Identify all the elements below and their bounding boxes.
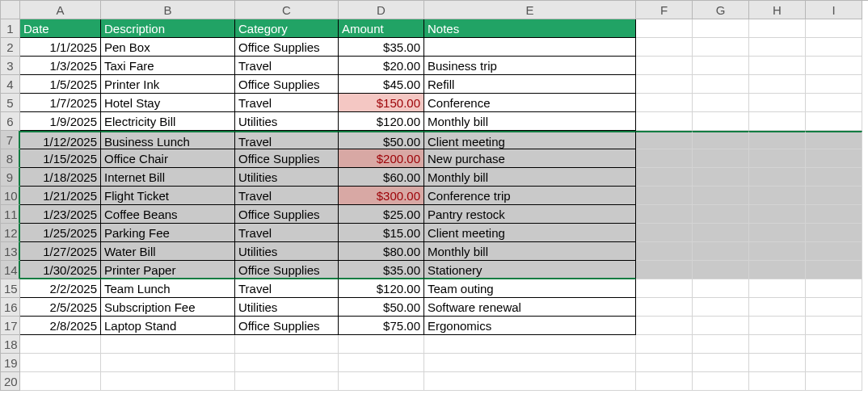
cell-blank[interactable] xyxy=(806,75,862,94)
cell-empty[interactable] xyxy=(749,372,806,391)
cell-description[interactable]: Printer Paper xyxy=(101,261,235,279)
cell-empty[interactable] xyxy=(235,335,339,354)
cell-blank[interactable] xyxy=(749,168,806,187)
cell-blank[interactable] xyxy=(806,38,862,57)
cell-blank[interactable] xyxy=(693,131,749,149)
cell-category[interactable]: Travel xyxy=(235,279,339,298)
row-header-11[interactable]: 11 xyxy=(1,205,20,224)
cell-amount[interactable]: $45.00 xyxy=(339,75,424,94)
cell-date[interactable]: 1/25/2025 xyxy=(20,224,101,242)
cell-amount[interactable]: $35.00 xyxy=(339,261,424,279)
row-header-9[interactable]: 9 xyxy=(1,168,20,187)
cell-blank[interactable] xyxy=(806,298,862,317)
cell-blank[interactable] xyxy=(749,112,806,131)
cell-blank[interactable] xyxy=(806,168,862,187)
col-header-G[interactable]: G xyxy=(693,1,749,19)
cell-notes[interactable]: Conference trip xyxy=(424,187,636,205)
cell-blank[interactable] xyxy=(806,149,862,168)
cell-date[interactable]: 1/1/2025 xyxy=(20,38,101,57)
cell-description[interactable]: Water Bill xyxy=(101,242,235,261)
cell-empty[interactable] xyxy=(339,335,424,354)
cell-description[interactable]: Hotel Stay xyxy=(101,94,235,112)
cell-amount[interactable]: $120.00 xyxy=(339,279,424,298)
cell-date[interactable]: 1/3/2025 xyxy=(20,57,101,75)
row-header-2[interactable]: 2 xyxy=(1,38,20,57)
cell-date[interactable]: 2/2/2025 xyxy=(20,279,101,298)
cell-blank[interactable] xyxy=(636,242,693,261)
cell-blank[interactable] xyxy=(749,205,806,224)
cell-empty[interactable] xyxy=(749,354,806,372)
cell-blank[interactable] xyxy=(806,187,862,205)
cell-blank[interactable] xyxy=(749,317,806,335)
cell-category[interactable]: Office Supplies xyxy=(235,149,339,168)
cell-blank[interactable] xyxy=(636,298,693,317)
cell-date[interactable]: 2/8/2025 xyxy=(20,317,101,335)
cell-amount[interactable]: $200.00 xyxy=(339,149,424,168)
cell-blank[interactable] xyxy=(636,205,693,224)
cell-date[interactable]: 1/5/2025 xyxy=(20,75,101,94)
cell-amount[interactable]: $75.00 xyxy=(339,317,424,335)
cell-blank[interactable] xyxy=(636,19,693,38)
cell-empty[interactable] xyxy=(101,335,235,354)
cell-amount[interactable]: $60.00 xyxy=(339,168,424,187)
cell-description[interactable]: Laptop Stand xyxy=(101,317,235,335)
cell-blank[interactable] xyxy=(693,205,749,224)
row-header-8[interactable]: 8 xyxy=(1,149,20,168)
cell-blank[interactable] xyxy=(806,279,862,298)
cell-empty[interactable] xyxy=(636,335,693,354)
cell-blank[interactable] xyxy=(749,279,806,298)
cell-description[interactable]: Subscription Fee xyxy=(101,298,235,317)
cell-blank[interactable] xyxy=(693,242,749,261)
cell-description[interactable]: Parking Fee xyxy=(101,224,235,242)
cell-date[interactable]: 1/21/2025 xyxy=(20,187,101,205)
cell-blank[interactable] xyxy=(806,112,862,131)
cell-empty[interactable] xyxy=(693,335,749,354)
row-header-19[interactable]: 19 xyxy=(1,354,20,372)
cell-date[interactable]: 1/18/2025 xyxy=(20,168,101,187)
cell-notes[interactable]: Monthly bill xyxy=(424,242,636,261)
cell-blank[interactable] xyxy=(693,19,749,38)
cell-empty[interactable] xyxy=(20,372,101,391)
cell-blank[interactable] xyxy=(636,38,693,57)
col-header-H[interactable]: H xyxy=(749,1,806,19)
cell-category[interactable]: Utilities xyxy=(235,168,339,187)
cell-notes[interactable] xyxy=(424,38,636,57)
cell-date[interactable]: 1/7/2025 xyxy=(20,94,101,112)
cell-empty[interactable] xyxy=(636,372,693,391)
cell-blank[interactable] xyxy=(636,112,693,131)
cell-blank[interactable] xyxy=(636,261,693,279)
cell-empty[interactable] xyxy=(749,335,806,354)
cell-blank[interactable] xyxy=(749,94,806,112)
cell-empty[interactable] xyxy=(20,335,101,354)
cell-blank[interactable] xyxy=(749,75,806,94)
cell-blank[interactable] xyxy=(806,19,862,38)
cell-category[interactable]: Office Supplies xyxy=(235,317,339,335)
cell-date[interactable]: 1/30/2025 xyxy=(20,261,101,279)
cell-category[interactable]: Utilities xyxy=(235,242,339,261)
cell-blank[interactable] xyxy=(749,57,806,75)
col-header-F[interactable]: F xyxy=(636,1,693,19)
cell-blank[interactable] xyxy=(749,298,806,317)
cell-notes[interactable]: New purchase xyxy=(424,149,636,168)
cell-blank[interactable] xyxy=(806,57,862,75)
cell-empty[interactable] xyxy=(20,354,101,372)
cell-blank[interactable] xyxy=(693,149,749,168)
cell-empty[interactable] xyxy=(424,354,636,372)
cell-blank[interactable] xyxy=(749,19,806,38)
row-header-16[interactable]: 16 xyxy=(1,298,20,317)
row-header-10[interactable]: 10 xyxy=(1,187,20,205)
cell-date[interactable]: 1/27/2025 xyxy=(20,242,101,261)
cell-notes[interactable]: Client meeting xyxy=(424,131,636,149)
cell-notes[interactable]: Team outing xyxy=(424,279,636,298)
cell-blank[interactable] xyxy=(636,279,693,298)
cell-notes[interactable]: Business trip xyxy=(424,57,636,75)
cell-blank[interactable] xyxy=(693,298,749,317)
cell-notes[interactable]: Conference xyxy=(424,94,636,112)
cell-category[interactable]: Travel xyxy=(235,94,339,112)
cell-description[interactable]: Office Chair xyxy=(101,149,235,168)
cell-blank[interactable] xyxy=(806,205,862,224)
col-header-A[interactable]: A xyxy=(20,1,101,19)
cell-empty[interactable] xyxy=(424,372,636,391)
cell-blank[interactable] xyxy=(693,57,749,75)
cell-blank[interactable] xyxy=(806,242,862,261)
